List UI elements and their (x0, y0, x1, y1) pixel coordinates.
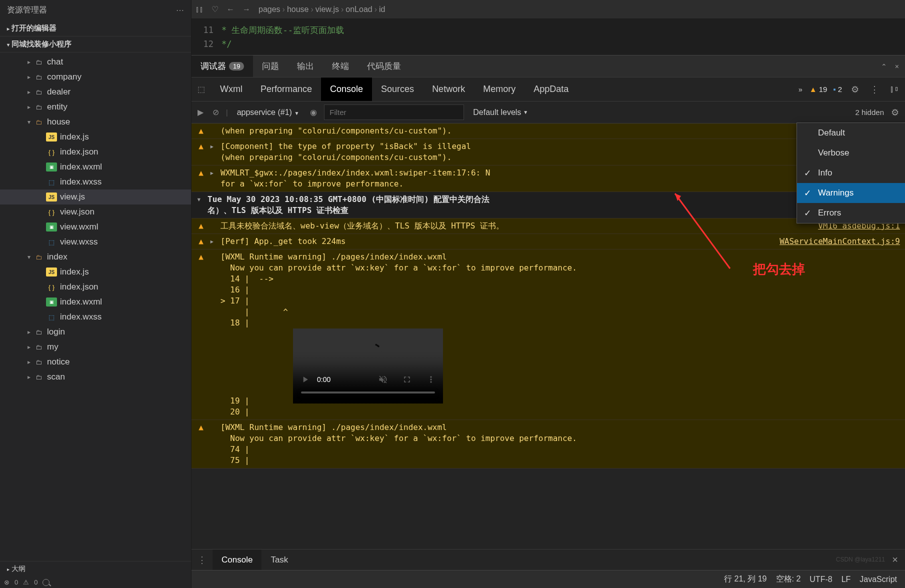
file-index.json[interactable]: { }index.json (0, 280, 191, 294)
close-icon[interactable]: × (895, 62, 899, 70)
bottom-tab-task[interactable]: Task (262, 550, 297, 570)
file-index.js[interactable]: JSindex.js (0, 264, 191, 280)
more-icon[interactable]: ⋯ (176, 6, 184, 15)
main-tab-代码质量[interactable]: 代码质量 (358, 56, 410, 77)
levels-dropdown: DefaultVerbose✓Info✓Warnings✓Errors (796, 122, 905, 224)
clear-icon[interactable]: ⊘ (210, 106, 221, 119)
folder-entity[interactable]: ▸🗀entity (0, 100, 191, 114)
sub-tab-performance[interactable]: Performance (252, 78, 321, 101)
file-tree: ▸🗀chat▸🗀company▸🗀dealer▸🗀entity▾🗀houseJS… (0, 52, 191, 561)
folder-login[interactable]: ▸🗀login (0, 324, 191, 340)
main-tab-终端[interactable]: 终端 (323, 56, 358, 77)
levels-select[interactable]: Default levels ▼ (469, 106, 532, 119)
file-index.wxml[interactable]: ▣index.wxml (0, 294, 191, 310)
inspect-icon[interactable]: ⬚ (196, 82, 207, 96)
sub-tab-network[interactable]: Network (423, 78, 474, 101)
console-row[interactable]: ▲[WXML Runtime warning] ./pages/index/in… (192, 250, 905, 420)
hidden-count[interactable]: 2 hidden (855, 108, 884, 116)
open-editors-section[interactable]: ▸打开的编辑器 (0, 20, 191, 36)
folder-my[interactable]: ▸🗀my (0, 340, 191, 354)
explorer-header: 资源管理器 ⋯ (0, 0, 191, 20)
sidebar: 资源管理器 ⋯ ▸打开的编辑器 ▾同城找装修小程序 ▸🗀chat▸🗀compan… (0, 0, 192, 588)
file-view.wxss[interactable]: ⬚view.wxss (0, 234, 191, 250)
eye-icon[interactable]: ◉ (308, 106, 319, 119)
warning-icon: ▲ (810, 85, 817, 94)
sub-tab-wxml[interactable]: Wxml (211, 78, 252, 101)
outline-section[interactable]: ▸大纲 (0, 561, 191, 576)
folder-dealer[interactable]: ▸🗀dealer (0, 84, 191, 100)
settings-icon[interactable]: ⚙ (849, 82, 861, 97)
more-tabs-icon[interactable]: » (798, 86, 802, 94)
folder-house[interactable]: ▾🗀house (0, 114, 191, 130)
file-index.wxml[interactable]: ▣index.wxml (0, 160, 191, 174)
sub-tab-memory[interactable]: Memory (474, 78, 524, 101)
file-view.js[interactable]: JSview.js (0, 190, 191, 204)
context-select[interactable]: appservice (#1) ▼ (233, 106, 304, 119)
line-col[interactable]: 行 21, 列 19 (724, 574, 766, 584)
sidebar-status: ⊗0 ⚠0 (0, 576, 191, 588)
bottom-tab-console[interactable]: Console (212, 550, 262, 570)
devtools-sub-tabs: ⬚ WxmlPerformanceConsoleSourcesNetworkMe… (192, 78, 905, 102)
nav-fwd-icon[interactable]: → (242, 5, 250, 14)
lang-mode[interactable]: JavaScript (860, 575, 897, 584)
encoding[interactable]: UTF-8 (810, 575, 832, 584)
console-settings-icon[interactable]: ⚙ (889, 105, 901, 120)
chevron-up-icon[interactable]: ⌃ (881, 62, 887, 70)
indent[interactable]: 空格: 2 (776, 574, 801, 584)
file-view.wxml[interactable]: ▣view.wxml (0, 220, 191, 234)
status-bar: 行 21, 列 19 空格: 2 UTF-8 LF JavaScript (192, 570, 905, 588)
kebab-icon[interactable]: ⋮ (868, 82, 881, 97)
console-toolbar: ▶ ⊘ | appservice (#1) ▼ ◉ Default levels… (192, 102, 905, 124)
bottom-tabs: ⋮ ConsoleTask × (192, 549, 905, 570)
file-view.json[interactable]: { }view.json (0, 204, 191, 220)
search-icon[interactable] (42, 579, 50, 586)
file-index.js[interactable]: JSindex.js (0, 130, 191, 144)
editor[interactable]: 1112 * 生命周期函数--监听页面加载*/ (192, 19, 905, 55)
close-icon[interactable]: × (885, 554, 905, 566)
level-info[interactable]: ✓Info (797, 163, 905, 183)
play-icon[interactable]: ▶ (196, 106, 206, 119)
console-row[interactable]: ▲▸[Perf] App._get took 224msWAServiceMai… (192, 234, 905, 250)
folder-chat[interactable]: ▸🗀chat (0, 54, 191, 70)
level-verbose[interactable]: Verbose (797, 143, 905, 163)
sub-tab-appdata[interactable]: AppData (524, 78, 578, 101)
folder-company[interactable]: ▸🗀company (0, 70, 191, 84)
info-icon: ▪ (833, 85, 836, 94)
file-index.json[interactable]: { }index.json (0, 144, 191, 160)
file-index.wxss[interactable]: ⬚index.wxss (0, 174, 191, 190)
devtools-main-tabs: 调试器 19问题输出终端代码质量⌃× (192, 56, 905, 78)
sub-tab-console[interactable]: Console (321, 78, 372, 101)
editor-top-bar: ⫿⫿ ♡ ← → pages›house›view.js›onLoad›id (192, 0, 905, 19)
breadcrumb[interactable]: pages›house›view.js›onLoad›id (258, 5, 385, 14)
warnings-badge[interactable]: ▲ 19 ▪ 2 (810, 85, 842, 94)
folder-notice[interactable]: ▸🗀notice (0, 354, 191, 370)
bottom-more-icon[interactable]: ⋮ (192, 554, 212, 566)
dock-icon[interactable]: ⫿▯ (888, 82, 901, 96)
split-icon[interactable]: ⫿⫿ (196, 5, 204, 14)
filter-input[interactable] (324, 104, 464, 120)
main-tab-调试器[interactable]: 调试器 19 (192, 56, 253, 77)
file-index.wxss[interactable]: ⬚index.wxss (0, 310, 191, 324)
nav-back-icon[interactable]: ← (226, 5, 234, 14)
bookmark-icon[interactable]: ♡ (212, 4, 218, 14)
project-section[interactable]: ▾同城找装修小程序 (0, 36, 191, 52)
level-default[interactable]: Default (797, 123, 905, 143)
main-tab-输出[interactable]: 输出 (288, 56, 323, 77)
level-warnings[interactable]: ✓Warnings (797, 183, 905, 203)
devtools-panel: 调试器 19问题输出终端代码质量⌃× ⬚ WxmlPerformanceCons… (192, 55, 905, 588)
level-errors[interactable]: ✓Errors (797, 203, 905, 223)
sub-tab-sources[interactable]: Sources (372, 78, 423, 101)
folder-scan[interactable]: ▸🗀scan (0, 370, 191, 384)
eol[interactable]: LF (842, 575, 851, 584)
console-row[interactable]: ▲[WXML Runtime warning] ./pages/index/in… (192, 420, 905, 468)
folder-index[interactable]: ▾🗀index (0, 250, 191, 264)
watermark: CSDN @laya1211 (836, 556, 885, 563)
main-tab-问题[interactable]: 问题 (253, 56, 288, 77)
